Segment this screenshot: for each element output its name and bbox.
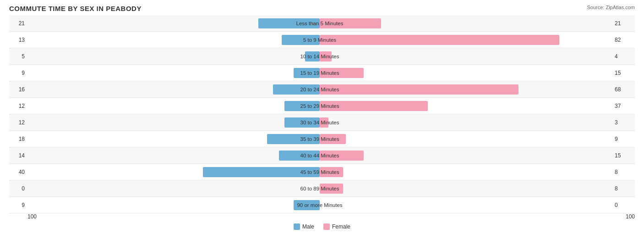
- male-bar: [282, 35, 320, 45]
- male-value: 0: [9, 185, 27, 192]
- female-bar: [320, 101, 428, 111]
- female-value: 37: [612, 103, 635, 109]
- bar-section: Less than 5 Minutes: [27, 15, 612, 31]
- female-value: 8: [612, 185, 635, 192]
- female-bar: [320, 68, 364, 78]
- female-bar: [320, 184, 343, 194]
- female-color-box: [323, 223, 330, 230]
- legend-female: Female: [323, 223, 350, 230]
- chart-row: 1225 to 29 Minutes37: [9, 98, 635, 114]
- axis-max: 100: [626, 213, 635, 220]
- male-label: Male: [302, 223, 314, 230]
- chart-row: 1620 to 24 Minutes68: [9, 81, 635, 98]
- bar-section: 60 to 89 Minutes: [27, 180, 612, 196]
- male-bar: [294, 68, 320, 78]
- male-bar: [279, 151, 320, 161]
- bar-section: 45 to 59 Minutes: [27, 164, 612, 180]
- bar-section: 35 to 39 Minutes: [27, 131, 612, 147]
- chart-row: 4045 to 59 Minutes8: [9, 164, 635, 180]
- female-bar: [320, 134, 346, 144]
- legend: Male Female: [9, 223, 635, 230]
- male-bar: [294, 200, 320, 210]
- source-label: Source: ZipAtlas.com: [587, 5, 635, 10]
- bar-section: 30 to 34 Minutes: [27, 114, 612, 130]
- chart-row: 060 to 89 Minutes8: [9, 180, 635, 197]
- male-bar: [273, 84, 320, 95]
- bar-section: 25 to 29 Minutes: [27, 98, 612, 114]
- bar-section: 90 or more Minutes: [27, 197, 612, 213]
- female-bar: [320, 18, 381, 28]
- female-bar: [320, 117, 328, 128]
- axis-min: 100: [27, 213, 37, 220]
- male-color-box: [294, 223, 300, 230]
- chart-row: 990 or more Minutes0: [9, 197, 635, 213]
- female-bar: [320, 35, 559, 45]
- female-bar: [320, 84, 518, 95]
- chart-row: 21Less than 5 Minutes21: [9, 15, 635, 32]
- female-bar: [320, 167, 343, 177]
- male-value: 14: [9, 152, 27, 159]
- male-value: 12: [9, 103, 27, 109]
- female-value: 3: [612, 119, 635, 126]
- bar-section: 20 to 24 Minutes: [27, 81, 612, 97]
- female-value: 9: [612, 136, 635, 142]
- chart-container: COMMUTE TIME BY SEX IN PEABODY Source: Z…: [0, 0, 644, 240]
- male-value: 18: [9, 136, 27, 142]
- male-value: 9: [9, 70, 27, 76]
- male-bar: [284, 101, 320, 111]
- female-value: 8: [612, 169, 635, 175]
- female-value: 15: [612, 70, 635, 76]
- male-value: 12: [9, 119, 27, 126]
- female-value: 82: [612, 37, 635, 43]
- female-value: 15: [612, 152, 635, 159]
- bar-section: 15 to 19 Minutes: [27, 65, 612, 81]
- bar-section: 5 to 9 Minutes: [27, 32, 612, 48]
- chart-row: 915 to 19 Minutes15: [9, 65, 635, 81]
- chart-title: COMMUTE TIME BY SEX IN PEABODY: [9, 5, 635, 12]
- chart-row: 510 to 14 Minutes4: [9, 48, 635, 65]
- male-bar: [305, 51, 320, 61]
- chart-row: 1230 to 34 Minutes3: [9, 114, 635, 131]
- bar-section: 10 to 14 Minutes: [27, 48, 612, 64]
- male-bar: [258, 18, 320, 28]
- male-bar: [267, 134, 320, 144]
- male-value: 21: [9, 20, 27, 27]
- male-value: 5: [9, 53, 27, 60]
- male-value: 16: [9, 86, 27, 93]
- legend-male: Male: [294, 223, 314, 230]
- female-bar: [320, 151, 364, 161]
- female-value: 0: [612, 202, 635, 208]
- chart-row: 1440 to 44 Minutes15: [9, 147, 635, 164]
- bars-area: 21Less than 5 Minutes21135 to 9 Minutes8…: [9, 15, 635, 213]
- chart-row: 1835 to 39 Minutes9: [9, 131, 635, 147]
- female-value: 68: [612, 86, 635, 93]
- female-value: 21: [612, 20, 635, 27]
- chart-row: 135 to 9 Minutes82: [9, 32, 635, 48]
- male-bar: [203, 167, 320, 177]
- female-bar: [320, 51, 332, 61]
- female-label: Female: [332, 223, 350, 230]
- female-value: 4: [612, 53, 635, 60]
- male-value: 40: [9, 169, 27, 175]
- male-value: 9: [9, 202, 27, 208]
- axis-labels: 100 100: [9, 213, 635, 221]
- bar-section: 40 to 44 Minutes: [27, 147, 612, 163]
- male-bar: [284, 117, 320, 128]
- male-value: 13: [9, 37, 27, 43]
